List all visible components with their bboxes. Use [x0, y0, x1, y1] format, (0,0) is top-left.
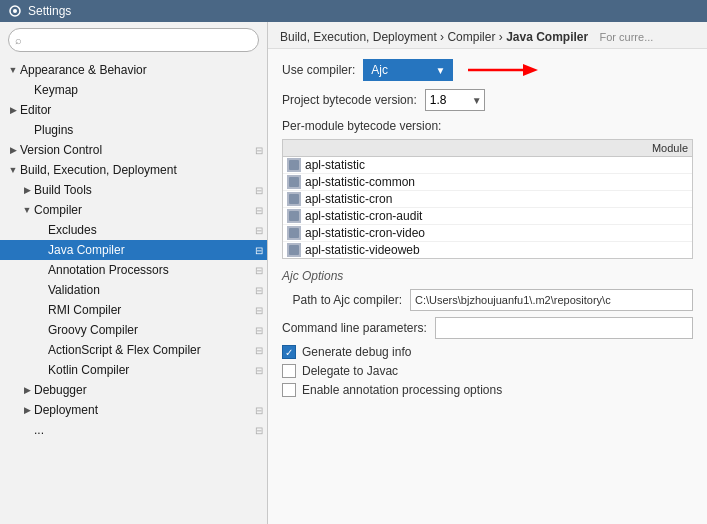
enable-annotation-label: Enable annotation processing options	[302, 383, 502, 397]
ext-icon: ⊟	[255, 145, 263, 156]
ext-icon: ⊟	[255, 305, 263, 316]
sidebar-item-build-execution[interactable]: ▼ Build, Execution, Deployment	[0, 160, 267, 180]
sidebar-item-label: Version Control	[20, 143, 253, 157]
sidebar-item-rmi-compiler[interactable]: RMI Compiler ⊟	[0, 300, 267, 320]
sidebar-item-label: Plugins	[34, 123, 267, 137]
sidebar-item-label: Compiler	[34, 203, 253, 217]
ext-icon: ⊟	[255, 285, 263, 296]
sidebar-item-more[interactable]: ... ⊟	[0, 420, 267, 440]
generate-debug-checkbox[interactable]	[282, 345, 296, 359]
dropdown-arrow-icon: ▼	[435, 65, 445, 76]
sidebar-item-validation[interactable]: Validation ⊟	[0, 280, 267, 300]
table-row[interactable]: apl-statistic-videoweb	[283, 242, 692, 258]
sidebar-item-deployment[interactable]: ▶ Deployment ⊟	[0, 400, 267, 420]
ext-icon: ⊟	[255, 225, 263, 236]
sidebar-item-label: Build, Execution, Deployment	[20, 163, 267, 177]
module-name: apl-statistic-cron-video	[305, 226, 425, 240]
search-input[interactable]	[8, 28, 259, 52]
panel-header: Build, Execution, Deployment › Compiler …	[268, 22, 707, 49]
per-module-label: Per-module bytecode version:	[282, 119, 693, 133]
sidebar-item-java-compiler[interactable]: Java Compiler ⊟	[0, 240, 267, 260]
sidebar-item-build-tools[interactable]: ▶ Build Tools ⊟	[0, 180, 267, 200]
sidebar-item-debugger[interactable]: ▶ Debugger	[0, 380, 267, 400]
table-row[interactable]: apl-statistic-cron-audit	[283, 208, 692, 225]
settings-tree: ▼ Appearance & Behavior Keymap ▶ Editor …	[0, 58, 267, 524]
project-bytecode-label: Project bytecode version:	[282, 93, 417, 107]
svg-rect-4	[289, 160, 299, 170]
sidebar-item-appearance[interactable]: ▼ Appearance & Behavior	[0, 60, 267, 80]
sidebar-item-label: Debugger	[34, 383, 267, 397]
enable-annotation-checkbox[interactable]	[282, 383, 296, 397]
svg-marker-3	[523, 64, 538, 76]
sidebar-item-label: Keymap	[34, 83, 267, 97]
ext-icon: ⊟	[255, 265, 263, 276]
search-box[interactable]: ⌕	[8, 28, 259, 52]
sidebar-item-compiler[interactable]: ▼ Compiler ⊟	[0, 200, 267, 220]
sidebar-item-actionscript-compiler[interactable]: ActionScript & Flex Compiler ⊟	[0, 340, 267, 360]
project-bytecode-row: Project bytecode version: 1.8 ▼	[282, 89, 693, 111]
dropdown-arrow-icon: ▼	[472, 95, 482, 106]
expand-arrow: ▶	[6, 105, 20, 115]
command-line-label: Command line parameters:	[282, 321, 427, 335]
svg-rect-6	[289, 194, 299, 204]
expand-arrow: ▶	[20, 385, 34, 395]
module-icon	[287, 192, 301, 206]
generate-debug-row[interactable]: Generate debug info	[282, 345, 693, 359]
command-line-input[interactable]	[435, 317, 693, 339]
sidebar-item-label: Validation	[48, 283, 253, 297]
table-column-module: Module	[652, 142, 688, 154]
modules-table: Module apl-statistic	[282, 139, 693, 259]
svg-rect-9	[289, 245, 299, 255]
sidebar-item-excludes[interactable]: Excludes ⊟	[0, 220, 267, 240]
enable-annotation-row[interactable]: Enable annotation processing options	[282, 383, 693, 397]
svg-rect-8	[289, 228, 299, 238]
bytecode-version-dropdown[interactable]: 1.8 ▼	[425, 89, 485, 111]
delegate-to-javac-checkbox[interactable]	[282, 364, 296, 378]
module-icon	[287, 175, 301, 189]
sidebar-item-label: Annotation Processors	[48, 263, 253, 277]
ext-icon: ⊟	[255, 185, 263, 196]
module-name: apl-statistic-cron-audit	[305, 209, 422, 223]
sidebar-item-label: Build Tools	[34, 183, 253, 197]
sidebar-item-label: Java Compiler	[48, 243, 253, 257]
module-name: apl-statistic-cron	[305, 192, 392, 206]
ext-icon: ⊟	[255, 245, 263, 256]
path-to-ajc-input[interactable]	[410, 289, 693, 311]
use-compiler-row: Use compiler: Ajc ▼	[282, 59, 693, 81]
expand-arrow: ▶	[6, 145, 20, 155]
sidebar-item-kotlin-compiler[interactable]: Kotlin Compiler ⊟	[0, 360, 267, 380]
sidebar-item-plugins[interactable]: Plugins	[0, 120, 267, 140]
module-name: apl-statistic-common	[305, 175, 415, 189]
sidebar-item-editor[interactable]: ▶ Editor	[0, 100, 267, 120]
table-row[interactable]: apl-statistic-common	[283, 174, 692, 191]
module-icon	[287, 226, 301, 240]
expand-arrow: ▼	[20, 205, 34, 215]
sidebar-item-label: Excludes	[48, 223, 253, 237]
sidebar-item-version-control[interactable]: ▶ Version Control ⊟	[0, 140, 267, 160]
sidebar-item-keymap[interactable]: Keymap	[0, 80, 267, 100]
table-row[interactable]: apl-statistic	[283, 157, 692, 174]
use-compiler-label: Use compiler:	[282, 63, 355, 77]
expand-arrow: ▶	[20, 185, 34, 195]
sidebar-item-label: Editor	[20, 103, 267, 117]
sidebar-item-groovy-compiler[interactable]: Groovy Compiler ⊟	[0, 320, 267, 340]
use-compiler-dropdown[interactable]: Ajc ▼	[363, 59, 453, 81]
window-title: Settings	[28, 4, 71, 18]
breadcrumb-part1: Build, Execution, Deployment	[280, 30, 437, 44]
delegate-to-javac-row[interactable]: Delegate to Javac	[282, 364, 693, 378]
command-line-row: Command line parameters:	[282, 317, 693, 339]
svg-point-1	[13, 9, 17, 13]
sidebar-item-label: Groovy Compiler	[48, 323, 253, 337]
breadcrumb-suffix: For curre...	[600, 31, 654, 43]
module-icon	[287, 243, 301, 257]
module-icon	[287, 158, 301, 172]
expand-arrow: ▼	[6, 65, 20, 75]
table-row[interactable]: apl-statistic-cron	[283, 191, 692, 208]
table-header: Module	[283, 140, 692, 157]
table-row[interactable]: apl-statistic-cron-video	[283, 225, 692, 242]
sidebar-item-annotation-processors[interactable]: Annotation Processors ⊟	[0, 260, 267, 280]
red-arrow-indicator	[468, 59, 548, 81]
panel-content: Use compiler: Ajc ▼	[268, 49, 707, 524]
ext-icon: ⊟	[255, 405, 263, 416]
settings-window: Settings ⌕ ▼ Appearance & Behavior Keyma…	[0, 0, 707, 524]
